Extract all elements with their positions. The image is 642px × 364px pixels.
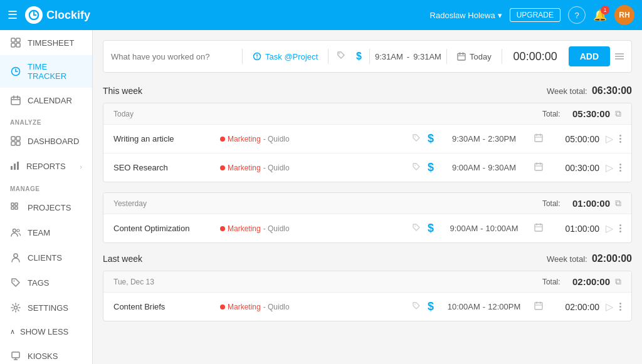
- svg-rect-16: [11, 142, 15, 145]
- project-name[interactable]: Marketing: [228, 135, 261, 143]
- task-project-selector[interactable]: Task @Project: [248, 52, 323, 61]
- user-avatar[interactable]: RH: [614, 5, 634, 25]
- today-group: Today Total: 05:30:00 ⧉ Writing an artic…: [103, 103, 632, 182]
- help-button[interactable]: ?: [568, 6, 586, 24]
- entry-more-button[interactable]: [619, 303, 621, 311]
- entry-billable-icon[interactable]: $: [428, 300, 434, 313]
- svg-rect-22: [15, 203, 18, 205]
- svg-rect-30: [12, 352, 19, 358]
- entry-time-end: 9:30AM: [488, 163, 516, 172]
- entry-tag-icon[interactable]: [412, 301, 421, 313]
- entry-play-button[interactable]: ▷: [606, 133, 613, 145]
- date-selector[interactable]: Today: [452, 52, 497, 61]
- svg-rect-6: [16, 43, 20, 47]
- svg-rect-19: [14, 164, 16, 170]
- tue-dec13-total-value: 02:00:00: [572, 276, 610, 287]
- project-client: - Quidlo: [263, 135, 290, 143]
- table-icon: [10, 37, 21, 48]
- entry-more-button[interactable]: [619, 224, 621, 232]
- entry-calendar-icon[interactable]: [534, 223, 543, 234]
- entry-time-range: 9:00AM - 10:00AM: [440, 224, 528, 233]
- entry-billable-icon[interactable]: $: [428, 222, 434, 235]
- sidebar-item-calendar-label: CALENDAR: [28, 96, 72, 105]
- copy-icon[interactable]: ⧉: [615, 276, 621, 287]
- sidebar-item-time-tracker[interactable]: TIME TRACKER: [0, 55, 92, 88]
- notifications-bell[interactable]: 🔔 1: [593, 8, 607, 22]
- sidebar-item-projects[interactable]: PROJECTS: [0, 195, 92, 220]
- notification-count: 1: [601, 6, 609, 14]
- svg-rect-41: [458, 54, 465, 61]
- task-project-label: Task @Project: [265, 52, 318, 61]
- sidebar-item-team[interactable]: TEAM: [0, 220, 92, 245]
- entry-description: Writing an article: [113, 134, 214, 143]
- entry-tag-icon[interactable]: [412, 133, 421, 145]
- sidebar-item-kiosks[interactable]: KIOSKS: [0, 343, 92, 364]
- svg-rect-51: [535, 164, 542, 170]
- project-name[interactable]: Marketing: [228, 224, 261, 233]
- svg-rect-61: [535, 303, 542, 309]
- entry-more-button[interactable]: [619, 135, 621, 143]
- entry-play-button[interactable]: ▷: [606, 301, 613, 313]
- sidebar-item-clients[interactable]: CLIENTS: [0, 245, 92, 270]
- billable-button[interactable]: $: [354, 51, 364, 62]
- entry-billable-icon[interactable]: $: [428, 132, 434, 145]
- entry-billable-icon[interactable]: $: [428, 161, 434, 174]
- svg-point-25: [13, 229, 16, 232]
- svg-point-29: [14, 306, 18, 309]
- today-header: Today Total: 05:30:00 ⧉: [103, 103, 631, 125]
- entry-calendar-icon[interactable]: [534, 133, 543, 144]
- hamburger-icon[interactable]: ☰: [8, 8, 18, 22]
- svg-rect-46: [535, 135, 542, 142]
- calendar-icon: [10, 95, 21, 106]
- project-name[interactable]: Marketing: [228, 303, 261, 311]
- sidebar-item-tags-label: TAGS: [28, 278, 49, 288]
- entry-tag-icon[interactable]: [412, 223, 421, 234]
- layout: TIMESHEET TIME TRACKER CALENDAR ANALYZE …: [0, 30, 642, 364]
- tag-button[interactable]: [334, 50, 349, 63]
- svg-point-26: [17, 229, 19, 232]
- sidebar-item-dashboard[interactable]: DASHBOARD: [0, 128, 92, 153]
- this-week-label: This week: [103, 86, 142, 96]
- chevron-down-icon: ▾: [498, 11, 502, 20]
- user-name: Radoslaw Holewa: [430, 11, 495, 20]
- entry-time-end: 10:00AM: [486, 224, 518, 233]
- project-name[interactable]: Marketing: [228, 164, 261, 172]
- sidebar-item-reports[interactable]: REPORTS ›: [0, 153, 92, 179]
- tue-dec13-header: Tue, Dec 13 Total: 02:00:00 ⧉: [103, 271, 631, 293]
- svg-rect-20: [17, 162, 19, 170]
- entry-tag-icon[interactable]: [412, 162, 421, 174]
- entry-more-button[interactable]: [619, 164, 621, 172]
- sidebar-item-calendar[interactable]: CALENDAR: [0, 88, 92, 113]
- svg-rect-56: [535, 224, 542, 231]
- copy-icon[interactable]: ⧉: [615, 108, 621, 119]
- manage-section-label: MANAGE: [0, 179, 92, 195]
- show-less-toggle[interactable]: ∧ SHOW LESS: [0, 320, 92, 343]
- svg-point-40: [339, 53, 340, 55]
- copy-icon[interactable]: ⧉: [615, 198, 621, 209]
- sidebar-item-tags[interactable]: TAGS: [0, 270, 92, 295]
- dashboard-icon: [10, 135, 21, 147]
- logo-text: Clockify: [46, 9, 90, 22]
- entry-play-button[interactable]: ▷: [606, 222, 613, 234]
- add-time-button[interactable]: ADD: [569, 46, 610, 66]
- sidebar-item-settings[interactable]: SETTINGS: [0, 295, 92, 320]
- entry-time-start: 9:00AM: [452, 163, 480, 172]
- timer-display: 00:00:00: [507, 50, 564, 63]
- chevron-up-icon: ∧: [10, 328, 15, 336]
- upgrade-button[interactable]: UPGRADE: [510, 8, 560, 22]
- view-toggle[interactable]: [615, 53, 624, 60]
- entry-description: Content Briefs: [113, 302, 214, 311]
- entry-calendar-icon[interactable]: [534, 162, 543, 173]
- entry-play-button[interactable]: ▷: [606, 162, 613, 174]
- svg-rect-15: [16, 137, 20, 140]
- yesterday-total: Total: 01:00:00 ⧉: [542, 198, 621, 209]
- sidebar-item-timesheet-label: TIMESHEET: [28, 38, 74, 48]
- sidebar-item-timesheet[interactable]: TIMESHEET: [0, 30, 92, 55]
- task-description-input[interactable]: [111, 52, 237, 61]
- user-menu[interactable]: Radoslaw Holewa ▾: [430, 11, 502, 20]
- logo-icon: [25, 6, 43, 24]
- yesterday-label: Yesterday: [113, 199, 147, 208]
- yesterday-total-label: Total:: [542, 199, 560, 208]
- entry-calendar-icon[interactable]: [534, 301, 543, 312]
- today-total: Total: 05:30:00 ⧉: [542, 108, 621, 119]
